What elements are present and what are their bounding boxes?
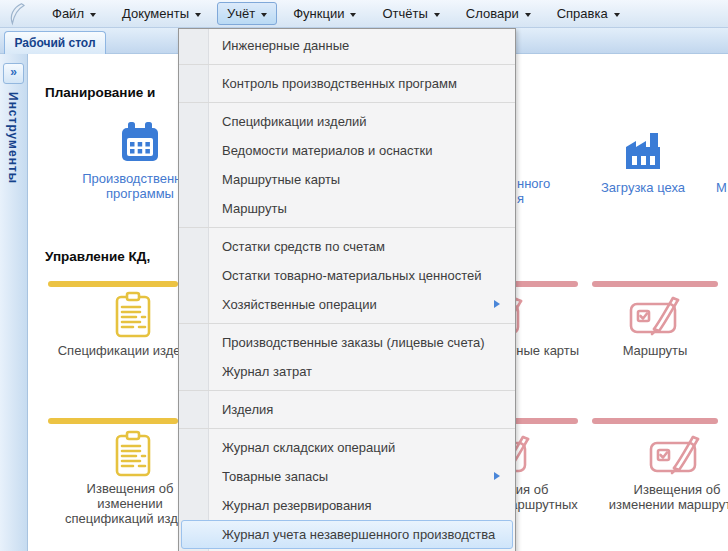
menubar-item-uchet[interactable]: Учёт	[217, 2, 277, 25]
menu-separator	[179, 227, 515, 228]
card-accent	[592, 281, 718, 287]
menu-item-prod-program-control[interactable]: Контроль производственных программ	[181, 69, 513, 98]
menubar-item-documents[interactable]: Документы	[112, 2, 211, 25]
section-title-planning: Планирование и	[45, 85, 155, 100]
menu-item-product-specs[interactable]: Спецификации изделий	[181, 107, 513, 136]
menu-item-reservation-journal[interactable]: Журнал резервирования	[181, 491, 513, 520]
submenu-arrow-icon	[494, 472, 500, 480]
tools-sidebar: » Инструменты	[0, 54, 28, 551]
menu-list: Инженерные данные Контроль производствен…	[179, 31, 515, 549]
dropdown-caret-icon	[195, 13, 201, 17]
menu-item-goods-stocks[interactable]: Товарные запасы	[181, 462, 513, 491]
expand-sidebar-button[interactable]: »	[3, 63, 24, 84]
submenu-arrow-icon	[494, 300, 500, 308]
menu-separator	[179, 428, 515, 429]
section-title-kd: Управление КД,	[45, 249, 150, 264]
card-label: Извещения об изменении спецификаций изде…	[65, 481, 195, 526]
menubar-item-dictionaries[interactable]: Словари	[456, 2, 541, 25]
tile-label-partial: нного я	[517, 176, 550, 206]
dropdown-caret-icon	[614, 13, 620, 17]
menu-separator	[179, 323, 515, 324]
menubar-item-reports[interactable]: Отчёты	[372, 2, 449, 25]
clipboard-icon	[111, 290, 155, 340]
app-logo-icon	[6, 2, 30, 26]
menu-item-inventory-balances[interactable]: Остатки товарно-материальных ценностей	[181, 261, 513, 290]
dropdown-caret-icon	[350, 13, 356, 17]
menu-item-cost-journal[interactable]: Журнал затрат	[181, 357, 513, 386]
calendar-icon	[116, 118, 164, 166]
dropdown-caret-icon	[261, 13, 267, 17]
menu-separator	[179, 102, 515, 103]
main-menubar: Файл Документы Учёт Функции Отчёты Слова…	[0, 0, 728, 28]
clipboard-icon	[111, 429, 155, 479]
card-label: Маршруты	[575, 343, 728, 358]
menu-item-account-balances[interactable]: Остатки средств по счетам	[181, 232, 513, 261]
dropdown-caret-icon	[90, 13, 96, 17]
menu-item-routes[interactable]: Маршруты	[181, 194, 513, 223]
menu-item-wip-journal[interactable]: Журнал учета незавершенного производства	[181, 520, 513, 549]
card-label: Извещения об изменении маршрутов	[597, 482, 728, 512]
menubar-item-help[interactable]: Справка	[547, 2, 630, 25]
route-pencil-icon	[647, 429, 703, 477]
dropdown-caret-icon	[434, 13, 440, 17]
menu-item-route-cards[interactable]: Маршрутные карты	[181, 165, 513, 194]
menubar-item-functions[interactable]: Функции	[283, 2, 366, 25]
menu-separator	[179, 64, 515, 65]
route-pencil-icon	[627, 290, 683, 338]
menu-item-production-orders[interactable]: Производственные заказы (лицевые счета)	[181, 328, 513, 357]
menubar-item-file[interactable]: Файл	[42, 2, 106, 25]
menu-item-products[interactable]: Изделия	[181, 395, 513, 424]
tile-label-partial-right: М	[716, 180, 727, 195]
menu-separator	[179, 390, 515, 391]
card-accent	[48, 281, 178, 287]
card-accent	[48, 418, 178, 424]
tab-desktop[interactable]: Рабочий стол	[4, 31, 106, 54]
app-window: Планирование и Производственные программ…	[0, 0, 728, 551]
dropdown-caret-icon	[525, 13, 531, 17]
menu-item-material-lists[interactable]: Ведомости материалов и оснастки	[181, 136, 513, 165]
uchet-dropdown-menu: Инженерные данные Контроль производствен…	[178, 28, 516, 551]
factory-icon	[619, 126, 667, 174]
tile-label: Загрузка цеха	[575, 180, 711, 195]
card-accent	[592, 418, 718, 424]
menu-item-warehouse-journal[interactable]: Журнал складских операций	[181, 433, 513, 462]
menu-item-engineering-data[interactable]: Инженерные данные	[181, 31, 513, 60]
menu-item-business-operations[interactable]: Хозяйственные операции	[181, 290, 513, 319]
sidebar-title[interactable]: Инструменты	[6, 92, 20, 184]
